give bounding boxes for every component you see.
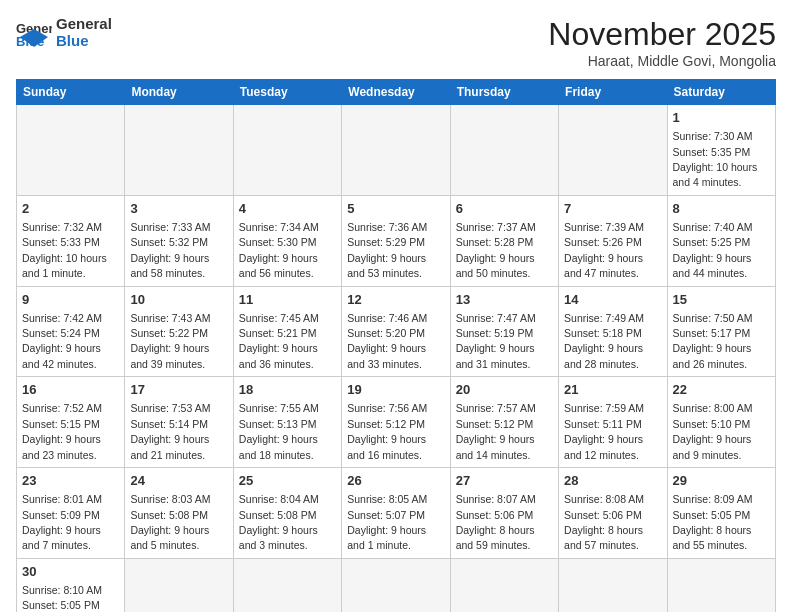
weekday-header-sunday: Sunday: [17, 80, 125, 105]
day-cell: [125, 558, 233, 612]
day-cell: 13Sunrise: 7:47 AM Sunset: 5:19 PM Dayli…: [450, 286, 558, 377]
day-number: 19: [347, 381, 444, 399]
day-info: Sunrise: 7:52 AM Sunset: 5:15 PM Dayligh…: [22, 402, 102, 460]
day-cell: [450, 105, 558, 196]
day-cell: 16Sunrise: 7:52 AM Sunset: 5:15 PM Dayli…: [17, 377, 125, 468]
header: General Blue General Blue November 2025 …: [16, 16, 776, 69]
day-info: Sunrise: 7:47 AM Sunset: 5:19 PM Dayligh…: [456, 312, 536, 370]
day-info: Sunrise: 7:56 AM Sunset: 5:12 PM Dayligh…: [347, 402, 427, 460]
logo-blue-text: Blue: [56, 33, 112, 50]
day-cell: 18Sunrise: 7:55 AM Sunset: 5:13 PM Dayli…: [233, 377, 341, 468]
day-info: Sunrise: 7:43 AM Sunset: 5:22 PM Dayligh…: [130, 312, 210, 370]
day-info: Sunrise: 8:03 AM Sunset: 5:08 PM Dayligh…: [130, 493, 210, 551]
day-info: Sunrise: 7:30 AM Sunset: 5:35 PM Dayligh…: [673, 130, 758, 188]
day-number: 6: [456, 200, 553, 218]
day-info: Sunrise: 7:53 AM Sunset: 5:14 PM Dayligh…: [130, 402, 210, 460]
day-cell: [342, 558, 450, 612]
week-row-3: 9Sunrise: 7:42 AM Sunset: 5:24 PM Daylig…: [17, 286, 776, 377]
day-info: Sunrise: 7:32 AM Sunset: 5:33 PM Dayligh…: [22, 221, 107, 279]
day-info: Sunrise: 7:37 AM Sunset: 5:28 PM Dayligh…: [456, 221, 536, 279]
day-cell: 2Sunrise: 7:32 AM Sunset: 5:33 PM Daylig…: [17, 195, 125, 286]
weekday-header-monday: Monday: [125, 80, 233, 105]
day-number: 15: [673, 291, 770, 309]
day-number: 2: [22, 200, 119, 218]
day-number: 29: [673, 472, 770, 490]
day-number: 18: [239, 381, 336, 399]
day-info: Sunrise: 7:42 AM Sunset: 5:24 PM Dayligh…: [22, 312, 102, 370]
day-number: 28: [564, 472, 661, 490]
day-cell: [125, 105, 233, 196]
day-number: 25: [239, 472, 336, 490]
day-info: Sunrise: 7:46 AM Sunset: 5:20 PM Dayligh…: [347, 312, 427, 370]
day-number: 23: [22, 472, 119, 490]
day-number: 7: [564, 200, 661, 218]
day-info: Sunrise: 8:05 AM Sunset: 5:07 PM Dayligh…: [347, 493, 427, 551]
day-info: Sunrise: 7:36 AM Sunset: 5:29 PM Dayligh…: [347, 221, 427, 279]
day-number: 14: [564, 291, 661, 309]
day-cell: 30Sunrise: 8:10 AM Sunset: 5:05 PM Dayli…: [17, 558, 125, 612]
day-info: Sunrise: 7:49 AM Sunset: 5:18 PM Dayligh…: [564, 312, 644, 370]
day-info: Sunrise: 7:33 AM Sunset: 5:32 PM Dayligh…: [130, 221, 210, 279]
day-number: 5: [347, 200, 444, 218]
day-cell: [233, 105, 341, 196]
day-info: Sunrise: 7:50 AM Sunset: 5:17 PM Dayligh…: [673, 312, 753, 370]
day-info: Sunrise: 7:40 AM Sunset: 5:25 PM Dayligh…: [673, 221, 753, 279]
day-cell: 6Sunrise: 7:37 AM Sunset: 5:28 PM Daylig…: [450, 195, 558, 286]
title-block: November 2025 Haraat, Middle Govi, Mongo…: [548, 16, 776, 69]
weekday-header-wednesday: Wednesday: [342, 80, 450, 105]
day-cell: 22Sunrise: 8:00 AM Sunset: 5:10 PM Dayli…: [667, 377, 775, 468]
weekday-header-friday: Friday: [559, 80, 667, 105]
day-cell: 20Sunrise: 7:57 AM Sunset: 5:12 PM Dayli…: [450, 377, 558, 468]
day-cell: [17, 105, 125, 196]
day-number: 24: [130, 472, 227, 490]
day-cell: 21Sunrise: 7:59 AM Sunset: 5:11 PM Dayli…: [559, 377, 667, 468]
day-number: 26: [347, 472, 444, 490]
week-row-4: 16Sunrise: 7:52 AM Sunset: 5:15 PM Dayli…: [17, 377, 776, 468]
day-cell: 27Sunrise: 8:07 AM Sunset: 5:06 PM Dayli…: [450, 468, 558, 559]
weekday-header-tuesday: Tuesday: [233, 80, 341, 105]
day-cell: 8Sunrise: 7:40 AM Sunset: 5:25 PM Daylig…: [667, 195, 775, 286]
day-number: 20: [456, 381, 553, 399]
logo: General Blue General Blue: [16, 16, 112, 49]
day-cell: 15Sunrise: 7:50 AM Sunset: 5:17 PM Dayli…: [667, 286, 775, 377]
day-info: Sunrise: 8:07 AM Sunset: 5:06 PM Dayligh…: [456, 493, 536, 551]
day-cell: 7Sunrise: 7:39 AM Sunset: 5:26 PM Daylig…: [559, 195, 667, 286]
day-number: 10: [130, 291, 227, 309]
day-number: 3: [130, 200, 227, 218]
day-cell: [342, 105, 450, 196]
week-row-1: 1Sunrise: 7:30 AM Sunset: 5:35 PM Daylig…: [17, 105, 776, 196]
day-cell: 25Sunrise: 8:04 AM Sunset: 5:08 PM Dayli…: [233, 468, 341, 559]
day-number: 11: [239, 291, 336, 309]
day-info: Sunrise: 8:09 AM Sunset: 5:05 PM Dayligh…: [673, 493, 753, 551]
week-row-5: 23Sunrise: 8:01 AM Sunset: 5:09 PM Dayli…: [17, 468, 776, 559]
day-info: Sunrise: 7:45 AM Sunset: 5:21 PM Dayligh…: [239, 312, 319, 370]
day-number: 8: [673, 200, 770, 218]
day-info: Sunrise: 7:55 AM Sunset: 5:13 PM Dayligh…: [239, 402, 319, 460]
day-number: 17: [130, 381, 227, 399]
day-cell: 26Sunrise: 8:05 AM Sunset: 5:07 PM Dayli…: [342, 468, 450, 559]
day-number: 30: [22, 563, 119, 581]
day-cell: 1Sunrise: 7:30 AM Sunset: 5:35 PM Daylig…: [667, 105, 775, 196]
weekday-header-saturday: Saturday: [667, 80, 775, 105]
day-cell: [559, 105, 667, 196]
day-info: Sunrise: 7:34 AM Sunset: 5:30 PM Dayligh…: [239, 221, 319, 279]
day-cell: 23Sunrise: 8:01 AM Sunset: 5:09 PM Dayli…: [17, 468, 125, 559]
day-cell: 14Sunrise: 7:49 AM Sunset: 5:18 PM Dayli…: [559, 286, 667, 377]
svg-text:Blue: Blue: [16, 34, 44, 47]
day-info: Sunrise: 7:57 AM Sunset: 5:12 PM Dayligh…: [456, 402, 536, 460]
week-row-6: 30Sunrise: 8:10 AM Sunset: 5:05 PM Dayli…: [17, 558, 776, 612]
day-cell: 24Sunrise: 8:03 AM Sunset: 5:08 PM Dayli…: [125, 468, 233, 559]
day-cell: 28Sunrise: 8:08 AM Sunset: 5:06 PM Dayli…: [559, 468, 667, 559]
day-cell: [233, 558, 341, 612]
day-info: Sunrise: 8:01 AM Sunset: 5:09 PM Dayligh…: [22, 493, 102, 551]
week-row-2: 2Sunrise: 7:32 AM Sunset: 5:33 PM Daylig…: [17, 195, 776, 286]
day-info: Sunrise: 7:39 AM Sunset: 5:26 PM Dayligh…: [564, 221, 644, 279]
day-number: 27: [456, 472, 553, 490]
day-cell: 4Sunrise: 7:34 AM Sunset: 5:30 PM Daylig…: [233, 195, 341, 286]
day-number: 13: [456, 291, 553, 309]
logo-icon: General Blue: [16, 19, 52, 47]
weekday-header-row: SundayMondayTuesdayWednesdayThursdayFrid…: [17, 80, 776, 105]
weekday-header-thursday: Thursday: [450, 80, 558, 105]
month-title: November 2025: [548, 16, 776, 53]
day-info: Sunrise: 8:10 AM Sunset: 5:05 PM Dayligh…: [22, 584, 102, 612]
